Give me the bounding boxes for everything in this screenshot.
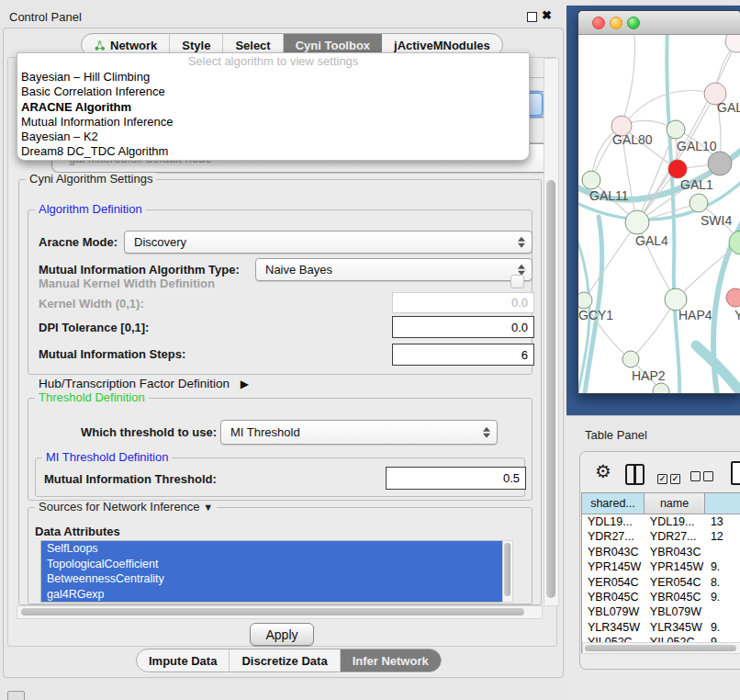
gear-icon[interactable]: ⚙	[595, 462, 611, 480]
table-cell: YDR27...	[582, 529, 645, 544]
network-node[interactable]	[708, 152, 732, 175]
network-node-label: GAL80	[612, 132, 653, 147]
aracne-mode-combo[interactable]: Discovery	[124, 231, 533, 254]
algorithm-popup-item[interactable]: Mutual Information Inference	[17, 115, 529, 130]
tab-discretize-data[interactable]: Discretize Data	[230, 649, 340, 672]
which-threshold-label: Which threshold to use:	[81, 425, 217, 439]
table-row[interactable]: YBR043CYBR043C	[582, 545, 740, 559]
attributes-scrollbar[interactable]	[502, 540, 513, 603]
table-row[interactable]: YDR27...YDR27...12	[582, 529, 740, 544]
sources-group-title[interactable]: Sources for Network Inference ▼	[35, 501, 217, 514]
tab-label: Select	[235, 39, 270, 52]
table-cell: YBR045C	[645, 590, 705, 604]
network-node-gcy1[interactable]	[578, 292, 592, 309]
table-cell: YDL19...	[582, 514, 645, 529]
table-column-header[interactable]	[705, 493, 740, 514]
dpi-tolerance-field[interactable]: 0.0	[392, 316, 534, 338]
mi-steps-field[interactable]: 6	[392, 344, 534, 366]
kernel-width-field[interactable]: 0.0	[392, 292, 534, 313]
table-cell	[705, 545, 740, 559]
hub-definition-expander[interactable]: Hub/Transcription Factor Definition ▶	[39, 377, 249, 390]
collapse-down-icon: ▼	[203, 502, 213, 513]
tab-label: Infer Network	[353, 654, 429, 668]
table-column-header[interactable]: name	[645, 493, 705, 514]
tab-infer-network[interactable]: Infer Network	[341, 649, 441, 672]
settings-horizontal-scrollbar[interactable]	[17, 605, 543, 619]
combo-spinner-icon	[518, 264, 525, 276]
tab-label: Impute Data	[149, 654, 217, 668]
minimize-window-icon[interactable]	[610, 17, 622, 29]
algorithm-popup-item[interactable]: Bayesian – K2	[17, 130, 529, 144]
table-row[interactable]: YBR045CYBR045C9.	[582, 590, 740, 604]
table-row[interactable]: YPR145WYPR145W9.	[582, 559, 740, 574]
close-window-icon[interactable]	[592, 17, 605, 29]
node-table[interactable]: shared...name YDL19...YDL19...13YDR27...…	[581, 492, 740, 653]
close-panel-icon[interactable]: ✖	[542, 8, 552, 22]
network-node[interactable]	[725, 35, 740, 52]
minimized-panel-icon[interactable]	[7, 691, 25, 700]
network-node-label: GAL10	[677, 139, 717, 153]
manual-kernel-checkbox[interactable]	[510, 275, 524, 288]
table-cell: YDL19...	[645, 514, 705, 529]
data-attributes-list[interactable]: SelfLoopsTopologicalCoefficientBetweenne…	[40, 540, 503, 603]
column-view-icon[interactable]	[625, 464, 645, 485]
cyni-settings-title: Cyni Algorithm Settings	[26, 173, 156, 186]
network-window[interactable]: GALGAL80GAL10GAL1GAL11SWI4GAL4GCY1HAP4YH…	[577, 10, 740, 394]
network-node[interactable]	[653, 383, 669, 393]
table-row[interactable]: YLR345WYLR345W9.	[582, 620, 740, 635]
aracne-mode-value: Discovery	[134, 235, 186, 249]
network-node-label: GCY1	[578, 308, 613, 322]
table-column-header[interactable]: shared...	[582, 493, 645, 514]
data-attribute-item[interactable]: TopologicalCoefficient	[41, 557, 502, 572]
checked-pair-icon[interactable]: ✓✓	[657, 469, 683, 485]
network-icon	[94, 40, 106, 51]
network-node-y[interactable]	[726, 288, 740, 307]
zoom-window-icon[interactable]	[627, 17, 640, 29]
table-cell: 9.	[705, 590, 740, 604]
algorithm-definition-title: Algorithm Definition	[35, 203, 146, 216]
mi-type-combo[interactable]: Naive Bayes	[255, 258, 533, 281]
network-canvas[interactable]: GALGAL80GAL10GAL1GAL11SWI4GAL4GCY1HAP4YH…	[578, 35, 740, 393]
data-attribute-item[interactable]: BetweennessCentrality	[41, 571, 502, 587]
table-row[interactable]: YBL079WYBL079W	[582, 604, 740, 619]
network-node-swi4[interactable]	[690, 194, 708, 212]
network-node-gal10[interactable]	[667, 120, 685, 139]
network-node-hap2[interactable]	[622, 351, 639, 367]
table-cell: YBR043C	[645, 545, 705, 559]
data-attribute-item[interactable]: SelfLoops	[41, 541, 502, 557]
tab-impute-data[interactable]: Impute Data	[137, 649, 230, 672]
combo-spinner-icon	[483, 426, 490, 438]
network-node-gal11[interactable]	[582, 171, 600, 189]
mi-type-value: Naive Bayes	[265, 263, 332, 277]
which-threshold-combo[interactable]: MI Threshold	[220, 420, 498, 445]
algorithm-popup-list: Bayesian – Hill ClimbingBasic Correlatio…	[17, 70, 529, 160]
mi-steps-label: Mutual Information Steps:	[39, 347, 185, 361]
network-node-gal1[interactable]	[668, 160, 687, 178]
mi-threshold-label: Mutual Information Threshold:	[44, 472, 217, 486]
network-window-titlebar[interactable]	[578, 11, 740, 35]
cyni-bottom-tabbar: Impute DataDiscretize DataInfer Network	[136, 649, 442, 672]
control-panel-title: Control Panel	[9, 10, 82, 24]
algorithm-popup-item[interactable]: Dream8 DC_TDC Algorithm	[17, 144, 529, 159]
network-node-gal4[interactable]	[625, 210, 649, 234]
algorithm-popup-item[interactable]: Basic Correlation Inference	[17, 85, 529, 99]
algorithm-popup-item[interactable]: ARACNE Algorithm	[17, 100, 529, 115]
network-node-label: GAL	[717, 100, 740, 115]
table-row[interactable]: YER054CYER054C8.	[582, 575, 740, 590]
table-row[interactable]: YDL19...YDL19...13	[582, 514, 740, 529]
settings-vertical-scrollbar[interactable]	[544, 58, 559, 606]
mi-type-label: Mutual Information Algorithm Type:	[39, 263, 240, 277]
table-cell: 12	[705, 529, 740, 544]
table-horizontal-scrollbar[interactable]	[582, 642, 740, 654]
data-attribute-item[interactable]: gal4RGexp	[41, 587, 502, 603]
table-cell: 9.	[705, 559, 740, 574]
float-panel-icon[interactable]	[527, 12, 537, 22]
document-icon[interactable]	[731, 461, 740, 485]
tab-label: Style	[182, 39, 210, 52]
mi-threshold-field[interactable]: 0.5	[386, 467, 526, 490]
apply-button[interactable]: Apply	[250, 623, 314, 646]
unchecked-pair-icon[interactable]	[690, 469, 716, 485]
expand-right-icon: ▶	[241, 378, 249, 390]
algorithm-popup-item[interactable]: Bayesian – Hill Climbing	[17, 70, 529, 85]
table-cell: YLR345W	[645, 620, 705, 635]
